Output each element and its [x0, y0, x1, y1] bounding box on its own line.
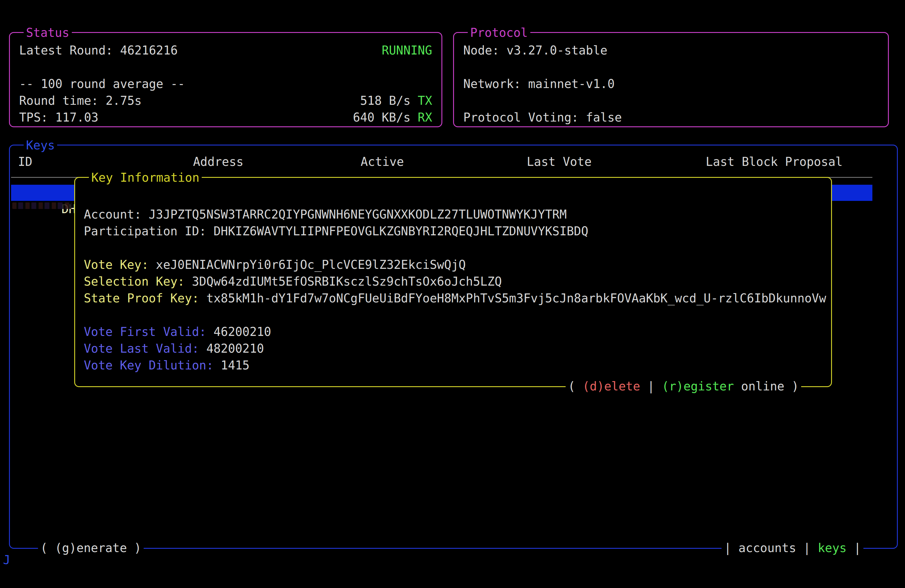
status-panel-title: Status: [24, 24, 72, 41]
column-header-last-block-proposal: Last Block Proposal: [706, 153, 843, 170]
vote-key-label: Vote Key:: [84, 258, 156, 272]
key-actions-bar: ( (d)elete | (r)egister online ): [566, 378, 801, 394]
participation-id-value: DHKIZ6WAVTYLIIPNFPEOVGLKZGNBYRI2RQEQJHLT…: [213, 224, 588, 238]
state-proof-key-value: tx85kM1h-dY1Fd7w7oNCgFUeUiBdFYoeH8MxPhTv…: [206, 291, 826, 305]
network-text: Network: mainnet-v1.0: [463, 75, 615, 92]
protocol-row-network: Network: mainnet-v1.0: [463, 75, 879, 92]
protocol-row-voting: Protocol Voting: false: [463, 109, 879, 126]
vote-last-valid-row: Vote Last Valid: 48200210: [84, 340, 264, 357]
running-status-badge: RUNNING: [381, 42, 432, 59]
obscured-row-artifact: [12, 202, 71, 209]
rx-rate: 640 KB/sRX: [353, 109, 432, 126]
column-header-id: ID: [18, 153, 32, 170]
selection-key-label: Selection Key:: [84, 275, 192, 288]
nav-separator-right: |: [847, 541, 861, 555]
participation-id-row: Participation ID: DHKIZ6WAVTYLIIPNFPEOVG…: [84, 223, 588, 240]
vote-last-valid-value: 48200210: [206, 342, 264, 355]
column-header-last-vote: Last Vote: [527, 153, 592, 170]
vote-key-dilution-value: 1415: [221, 358, 249, 372]
actions-separator: |: [640, 379, 662, 393]
key-information-dialog: Key Information Account: J3JPZTQ5NSW3TAR…: [74, 177, 832, 387]
status-row-tps: TPS: 117.03 640 KB/sRX: [19, 109, 432, 126]
column-header-active: Active: [360, 153, 404, 170]
generate-key-action[interactable]: ( (g)enerate ): [38, 539, 144, 556]
vote-last-valid-label: Vote Last Valid:: [84, 342, 206, 355]
vote-first-valid-value: 46200210: [213, 325, 271, 338]
account-label: Account:: [84, 208, 149, 221]
vote-key-row: Vote Key: xeJ0ENIACWNrpYi0r6IjOc_PlcVCE9…: [84, 256, 466, 273]
nav-separator-left: |: [724, 541, 738, 555]
view-nav: | accounts | keys |: [722, 539, 864, 556]
keys-panel-title: Keys: [24, 137, 57, 154]
latest-round-text: Latest Round: 46216216: [19, 42, 178, 59]
vote-key-dilution-label: Vote Key Dilution:: [84, 358, 221, 372]
state-proof-key-row: State Proof Key: tx85kM1h-dY1Fd7w7oNCgFU…: [84, 290, 826, 307]
vote-key-dilution-row: Vote Key Dilution: 1415: [84, 357, 249, 373]
tx-rate: 518 B/sTX: [360, 92, 432, 109]
vote-first-valid-label: Vote First Valid:: [84, 325, 213, 338]
round-time-text: Round time: 2.75s: [19, 92, 141, 109]
delete-key-action[interactable]: (d)elete: [583, 379, 640, 393]
nav-tab-accounts[interactable]: accounts: [738, 541, 796, 555]
protocol-row-node: Node: v3.27.0-stable: [463, 42, 879, 59]
protocol-panel-title: Protocol: [468, 24, 530, 41]
vote-first-valid-row: Vote First Valid: 46200210: [84, 323, 271, 340]
participation-id-label: Participation ID:: [84, 224, 213, 238]
protocol-voting-text: Protocol Voting: false: [463, 109, 622, 126]
keys-table-header: ID Address Active Last Vote Last Block P…: [10, 153, 897, 170]
tps-text: TPS: 117.03: [19, 109, 98, 126]
account-value: J3JPZTQ5NSW3TARRC2QIYPGNWNH6NEYGGNXXKODL…: [149, 208, 567, 221]
register-action-label: (r)egister: [662, 379, 734, 393]
tx-rate-unit: TX: [418, 94, 432, 108]
rx-rate-value: 640 KB/s: [353, 110, 411, 124]
terminal-screen: Status Latest Round: 46216216 RUNNING --…: [0, 0, 905, 588]
protocol-panel: Protocol Node: v3.27.0-stable Network: m…: [453, 32, 889, 127]
rx-rate-unit: RX: [418, 110, 432, 124]
column-header-address: Address: [193, 153, 244, 170]
account-row: Account: J3JPZTQ5NSW3TARRC2QIYPGNWNH6NEY…: [84, 206, 567, 223]
actions-close-paren: ): [784, 379, 799, 393]
selection-key-row: Selection Key: 3DQw64zdIUMt5EfOSRBIKsczl…: [84, 273, 502, 290]
register-online-action[interactable]: (r)egister online: [662, 379, 784, 393]
selection-key-value: 3DQw64zdIUMt5EfOSRBIKsczlSz9chTsOx6oJch5…: [192, 275, 502, 288]
status-row-round-time: Round time: 2.75s 518 B/sTX: [19, 92, 432, 109]
status-row-latest-round: Latest Round: 46216216 RUNNING: [19, 42, 432, 59]
register-action-suffix: online: [734, 379, 784, 393]
status-row-average-header: -- 100 round average --: [19, 75, 432, 92]
status-panel: Status Latest Round: 46216216 RUNNING --…: [9, 32, 442, 127]
round-average-header: -- 100 round average --: [19, 75, 185, 92]
tx-rate-value: 518 B/s: [360, 94, 411, 108]
state-proof-key-label: State Proof Key:: [84, 291, 206, 305]
vote-key-value: xeJ0ENIACWNrpYi0r6IjOc_PlcVCE9lZ32EkciSw…: [156, 258, 466, 272]
actions-open-paren: (: [568, 379, 583, 393]
nav-separator-mid: |: [796, 541, 818, 555]
nav-tab-keys[interactable]: keys: [818, 541, 847, 555]
key-information-title: Key Information: [89, 169, 202, 186]
node-version-text: Node: v3.27.0-stable: [463, 42, 608, 59]
border-artifact-glyph: J: [3, 551, 10, 568]
